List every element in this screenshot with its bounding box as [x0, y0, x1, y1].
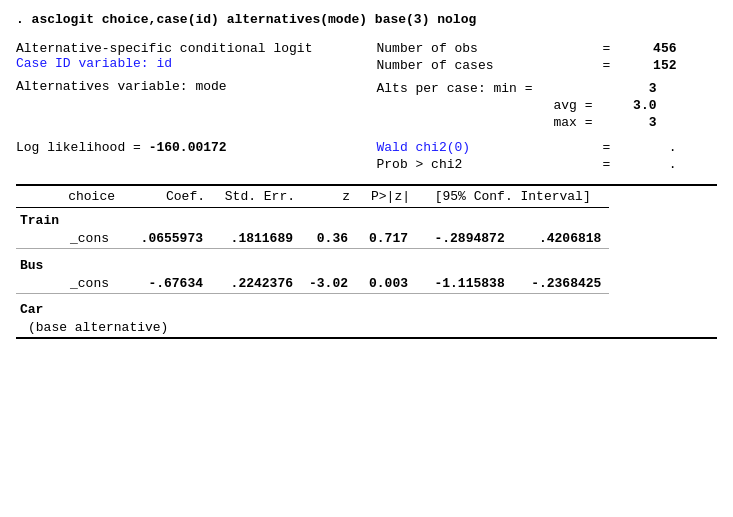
- alts-max-value: 3: [597, 115, 657, 130]
- wald-label: Wald chi2(0): [377, 140, 597, 155]
- col-header-choice: choice: [16, 185, 121, 208]
- alts-avg-value: 3.0: [597, 98, 657, 113]
- prob-label: Prob > chi2: [377, 157, 597, 172]
- col-header-coef: Coef.: [121, 185, 211, 208]
- alts-min-label: Alts per case: min =: [377, 81, 597, 96]
- section-title-bus: Bus: [16, 253, 717, 274]
- wald-value: .: [617, 140, 677, 155]
- num-cases-label: Number of cases: [377, 58, 597, 73]
- col-header-stderr: Std. Err.: [211, 185, 301, 208]
- col-header-p: P>|z|: [356, 185, 416, 208]
- num-cases-eq: =: [597, 58, 617, 73]
- alternatives-label: Alternatives variable: mode: [16, 79, 357, 94]
- case-id-label: Case ID variable: id: [16, 56, 357, 71]
- model-title: Alternative-specific conditional logit: [16, 41, 357, 56]
- command-line: . asclogit choice,case(id) alternatives(…: [16, 12, 717, 27]
- log-likelihood-label: Log likelihood =: [16, 140, 141, 155]
- table-header-row: choice Coef. Std. Err. z P>|z| [95% Conf…: [16, 185, 717, 208]
- num-obs-value: 456: [617, 41, 677, 56]
- results-table: choice Coef. Std. Err. z P>|z| [95% Conf…: [16, 184, 717, 339]
- section-title-train: Train: [16, 208, 717, 230]
- alts-min-value: 3: [597, 81, 657, 96]
- num-obs-eq: =: [597, 41, 617, 56]
- wald-eq: =: [597, 140, 617, 155]
- num-cases-value: 152: [617, 58, 677, 73]
- prob-eq: =: [597, 157, 617, 172]
- prob-value: .: [617, 157, 677, 172]
- table-row: _cons-.67634.2242376-3.020.003-1.115838-…: [16, 274, 717, 294]
- section-title-car: Car: [16, 297, 717, 318]
- col-header-z: z: [301, 185, 356, 208]
- alts-avg-label: avg =: [377, 98, 597, 113]
- table-row: _cons.0655973.18116890.360.717-.2894872.…: [16, 229, 717, 249]
- table-row: (base alternative): [16, 318, 717, 338]
- alts-max-label: max =: [377, 115, 597, 130]
- col-header-ci: [95% Conf. Interval]: [416, 185, 609, 208]
- log-likelihood-value: -160.00172: [149, 140, 227, 155]
- num-obs-label: Number of obs: [377, 41, 597, 56]
